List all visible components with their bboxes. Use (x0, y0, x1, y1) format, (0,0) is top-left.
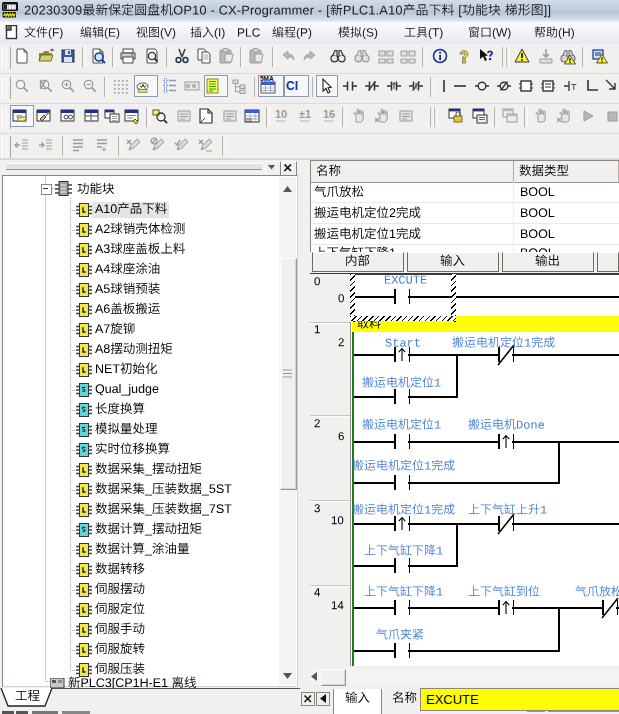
svg-text:CI: CI (286, 79, 298, 93)
svg-text:01: 01 (246, 117, 253, 123)
svg-text:T: T (571, 82, 577, 92)
svg-text:5MA: 5MA (260, 75, 274, 82)
svg-text:±1: ±1 (299, 108, 311, 120)
svg-text:16: 16 (323, 108, 335, 120)
svg-text:10: 10 (275, 108, 287, 120)
